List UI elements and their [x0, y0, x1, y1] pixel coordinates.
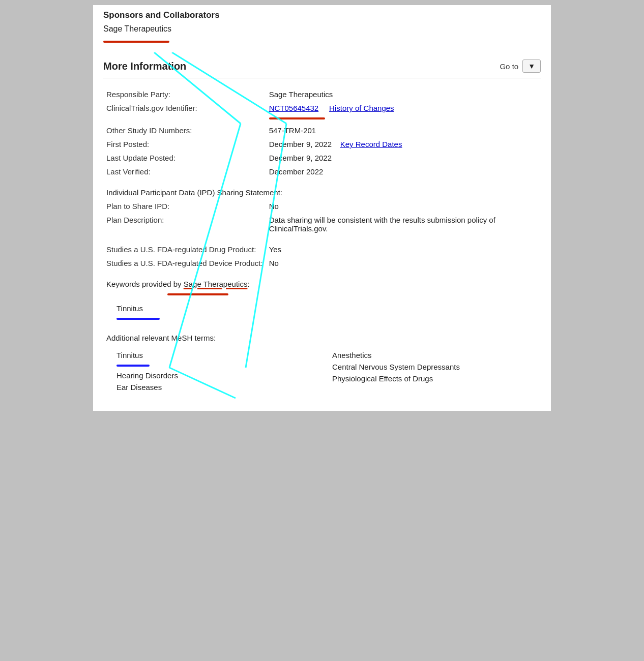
mesh-tinnitus-underline [116, 365, 150, 367]
identifier-value: NCT05645432 History of Changes [266, 101, 541, 124]
table-row-keyword-tinnitus: Tinnitus [103, 299, 541, 324]
table-row-fda-device: Studies a U.S. FDA-regulated Device Prod… [103, 256, 541, 270]
sponsor-name: Sage Therapeutics [103, 24, 541, 34]
goto-container: Go to ▼ [500, 59, 541, 73]
table-row-plan-share: Plan to Share IPD: No [103, 199, 541, 213]
dropdown-arrow: ▼ [528, 62, 535, 70]
last-verified-value: December 2022 [266, 165, 541, 178]
mesh-item-tinnitus: Tinnitus [116, 349, 322, 370]
table-row-mesh-items: Tinnitus Hearing Disorders Ear Diseases … [103, 345, 541, 396]
plan-share-label: Plan to Share IPD: [103, 199, 266, 213]
other-study-id-value: 547-TRM-201 [266, 124, 541, 137]
spacer-4 [103, 324, 541, 331]
fda-drug-label: Studies a U.S. FDA-regulated Drug Produc… [103, 243, 266, 256]
keywords-underline-red [167, 293, 228, 295]
table-row-mesh-header: Additional relevant MeSH terms: [103, 331, 541, 345]
mesh-item-anesthetics: Anesthetics [332, 349, 538, 361]
mesh-item-physiological: Physiological Effects of Drugs [332, 373, 538, 384]
plan-share-value: No [266, 199, 541, 213]
keyword-tinnitus-text: Tinnitus [116, 304, 538, 313]
other-study-id-label: Other Study ID Numbers: [103, 124, 266, 137]
mesh-item-hearing: Hearing Disorders [116, 370, 322, 381]
table-row-responsible-party: Responsible Party: Sage Therapeutics [103, 87, 541, 101]
table-row-last-update: Last Update Posted: December 9, 2022 [103, 151, 541, 165]
last-verified-label: Last Verified: [103, 165, 266, 178]
ipd-section-label: Individual Participant Data (IPD) Sharin… [103, 186, 541, 199]
responsible-party-value: Sage Therapeutics [266, 87, 541, 101]
sponsors-title: Sponsors and Collaborators [103, 10, 541, 20]
history-of-changes-link[interactable]: History of Changes [329, 104, 394, 112]
mesh-section-label: Additional relevant MeSH terms: [103, 331, 541, 345]
sponsor-underline-red [103, 41, 169, 43]
mesh-item-cns-depressants: Central Nervous System Depressants [332, 361, 538, 373]
tinnitus-underline-blue [116, 318, 160, 320]
keyword-tinnitus: Tinnitus [103, 299, 541, 324]
last-update-label: Last Update Posted: [103, 151, 266, 165]
more-info-header: More Information Go to ▼ [103, 52, 541, 78]
fda-drug-value: Yes [266, 243, 541, 256]
first-posted-value: December 9, 2022 Key Record Dates [266, 137, 541, 151]
first-posted-label: First Posted: [103, 137, 266, 151]
table-row-fda-drug: Studies a U.S. FDA-regulated Drug Produc… [103, 243, 541, 256]
table-row-other-study-id: Other Study ID Numbers: 547-TRM-201 [103, 124, 541, 137]
more-info-section: More Information Go to ▼ Responsible Par… [93, 52, 551, 411]
mesh-col2: Anesthetics Central Nervous System Depre… [332, 349, 538, 393]
responsible-party-label: Responsible Party: [103, 87, 266, 101]
mesh-items: Tinnitus Hearing Disorders Ear Diseases … [103, 345, 541, 396]
sponsors-section: Sponsors and Collaborators Sage Therapeu… [93, 5, 551, 52]
fda-device-label: Studies a U.S. FDA-regulated Device Prod… [103, 256, 266, 270]
spacer-2 [103, 235, 541, 243]
more-info-title: More Information [103, 61, 186, 72]
plan-desc-value: Data sharing will be consistent with the… [266, 213, 541, 235]
last-update-value: December 9, 2022 [266, 151, 541, 165]
keywords-section-label: Keywords provided by Sage Therapeutics: [103, 277, 541, 299]
nct-link[interactable]: NCT05645432 [269, 104, 319, 112]
table-row-identifier: ClinicalTrials.gov Identifier: NCT056454… [103, 101, 541, 124]
spacer-3 [103, 270, 541, 277]
table-row-ipd-header: Individual Participant Data (IPD) Sharin… [103, 186, 541, 199]
table-row-first-posted: First Posted: December 9, 2022 Key Recor… [103, 137, 541, 151]
fda-device-value: No [266, 256, 541, 270]
identifier-label: ClinicalTrials.gov Identifier: [103, 101, 266, 124]
mesh-item-ear: Ear Diseases [116, 381, 322, 393]
spacer-1 [103, 178, 541, 186]
plan-desc-label: Plan Description: [103, 213, 266, 235]
goto-label: Go to [500, 62, 518, 71]
table-row-last-verified: Last Verified: December 2022 [103, 165, 541, 178]
nct-underline-red [269, 117, 325, 119]
info-table: Responsible Party: Sage Therapeutics Cli… [103, 87, 541, 396]
goto-dropdown[interactable]: ▼ [522, 59, 541, 73]
mesh-col1: Tinnitus Hearing Disorders Ear Diseases [116, 349, 322, 393]
table-row-keywords-header: Keywords provided by Sage Therapeutics: [103, 277, 541, 299]
table-row-plan-desc: Plan Description: Data sharing will be c… [103, 213, 541, 235]
key-record-dates-link[interactable]: Key Record Dates [340, 140, 402, 148]
